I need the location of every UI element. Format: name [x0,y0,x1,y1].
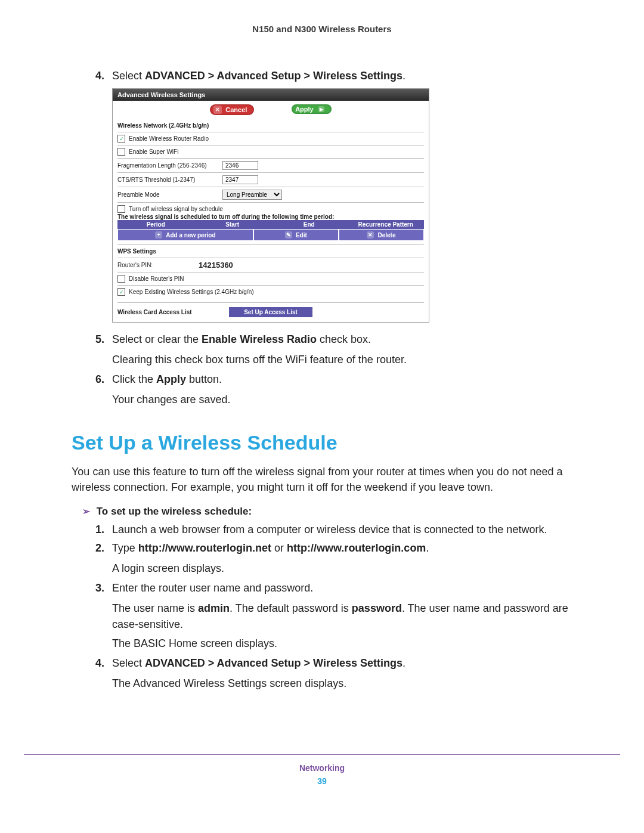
chevron-right-icon: ▶ [318,106,324,112]
preamble-select[interactable]: Long Preamble [222,190,282,200]
footer-page-number: 39 [0,776,644,786]
p3-line2: The user name is admin. The default pass… [112,600,572,631]
col-period: Period [117,220,194,229]
proc-step-4: 4. Select ADVANCED > Advanced Setup > Wi… [95,657,572,670]
p2-mid: or [271,542,287,554]
step-5-bold: Enable Wireless Radio [202,333,317,345]
step-5-line2: Clearing this check box turns off the Wi… [112,352,572,367]
cts-input[interactable] [222,175,258,184]
pencil-icon: ✎ [285,231,292,239]
step-6-line2: Your changes are saved. [112,392,572,407]
procedure-heading-text: To set up the wireless schedule: [97,506,252,517]
col-start: Start [194,220,271,229]
step-6: 6. Click the Apply button. [95,373,572,386]
keep-settings-label: Keep Existing Wireless Settings (2.4GHz … [129,289,254,295]
router-pin-label: Router's PIN: [117,262,195,268]
step-6-post: button. [186,373,222,385]
p4-line2: The Advanced Wireless Settings screen di… [112,676,572,691]
schedule-note: The wireless signal is scheduled to turn… [117,213,424,220]
step-6-bold: Apply [156,373,186,385]
p3-line2b: . The default password is [230,602,352,614]
enable-radio-label: Enable Wireless Router Radio [129,135,209,142]
add-period-label: Add a new period [166,232,215,239]
frag-input[interactable] [222,161,258,170]
keep-settings-checkbox[interactable]: ✓ [117,288,125,296]
p4-path: ADVANCED > Advanced Setup > Wireless Set… [145,657,402,669]
plus-icon: + [155,231,162,239]
schedule-table-header: Period Start End Recurrence Pattern [117,220,424,229]
step-5-pre: Select or clear the [112,333,202,345]
footer-section: Networking [0,763,644,773]
wireless-network-heading: Wireless Network (2.4GHz b/g/n) [117,121,424,130]
cancel-label: Cancel [225,106,247,113]
step-4-path: ADVANCED > Advanced Setup > Wireless Set… [145,70,402,82]
frag-label: Fragmentation Length (256-2346) [117,162,219,169]
schedule-label: Turn off wireless signal by schedule [129,206,223,212]
wcal-heading: Wireless Card Access List [117,308,229,317]
footer-rule [24,754,620,755]
step-6-num: 6. [95,373,104,385]
setup-access-list-button[interactable]: Set Up Access List [229,307,312,317]
p3-num: 3. [95,582,104,594]
p4-pre: Select [112,657,145,669]
p3-line3: The BASIC Home screen displays. [112,636,572,651]
p1-text: Launch a web browser from a computer or … [112,524,547,535]
p3-b1: admin [198,602,230,614]
step-4-num: 4. [95,70,104,82]
enable-radio-checkbox[interactable]: ✓ [117,135,125,143]
intro-paragraph: You can use this feature to turn off the… [72,464,572,495]
p3-line2a: The user name is [112,602,198,614]
router-pin-value: 14215360 [199,261,233,270]
proc-step-1: 1. Launch a web browser from a computer … [95,524,572,536]
step-4: 4. Select ADVANCED > Advanced Setup > Wi… [95,70,572,82]
step-5: 5. Select or clear the Enable Wireless R… [95,333,572,346]
step-4-pre: Select [112,70,145,82]
step-4-post: . [402,70,405,82]
p3-text: Enter the router user name and password. [112,582,313,594]
p2-num: 2. [95,542,104,554]
p2-line2: A login screen displays. [112,561,572,576]
col-recurrence: Recurrence Pattern [348,220,425,229]
close-icon: ✕ [213,106,222,114]
add-period-button[interactable]: + Add a new period [118,230,253,240]
p4-num: 4. [95,657,104,669]
edit-label: Edit [296,232,307,239]
panel-title: Advanced Wireless Settings [113,89,429,101]
edit-period-button[interactable]: ✎ Edit [254,230,338,240]
router-ui-screenshot: Advanced Wireless Settings ✕ Cancel Appl… [112,88,429,323]
x-icon: ✕ [367,231,374,239]
super-wifi-checkbox[interactable] [117,148,125,156]
disable-pin-checkbox[interactable] [117,275,125,283]
p2-b1: http://www.routerlogin.net [138,542,271,554]
delete-period-button[interactable]: ✕ Delete [339,230,423,240]
proc-step-2: 2. Type http://www.routerlogin.net or ht… [95,542,572,555]
disable-pin-label: Disable Router's PIN [129,275,184,282]
preamble-label: Preamble Mode [117,191,219,198]
apply-button[interactable]: Apply ▶ [292,104,332,114]
step-5-post: check box. [317,333,371,345]
apply-label: Apply [295,106,314,113]
p1-num: 1. [95,524,104,535]
p2-b2: http://www.routerlogin.com [287,542,426,554]
step-6-pre: Click the [112,373,156,385]
p2-pre: Type [112,542,138,554]
p2-post: . [426,542,429,554]
p4-post: . [402,657,405,669]
delete-label: Delete [377,232,395,239]
super-wifi-label: Enable Super WiFi [129,148,178,155]
col-end: End [271,220,348,229]
schedule-checkbox[interactable] [117,205,125,213]
procedure-heading: ➢ To set up the wireless schedule: [82,506,572,518]
caret-right-icon: ➢ [82,506,90,516]
cts-label: CTS/RTS Threshold (1-2347) [117,176,219,183]
p3-b2: password [352,602,402,614]
cancel-button[interactable]: ✕ Cancel [210,104,254,115]
step-5-num: 5. [95,333,104,345]
section-heading: Set Up a Wireless Schedule [72,431,572,454]
proc-step-3: 3. Enter the router user name and passwo… [95,582,572,594]
wps-heading: WPS Settings [117,247,424,256]
document-header: N150 and N300 Wireless Routers [72,24,572,34]
